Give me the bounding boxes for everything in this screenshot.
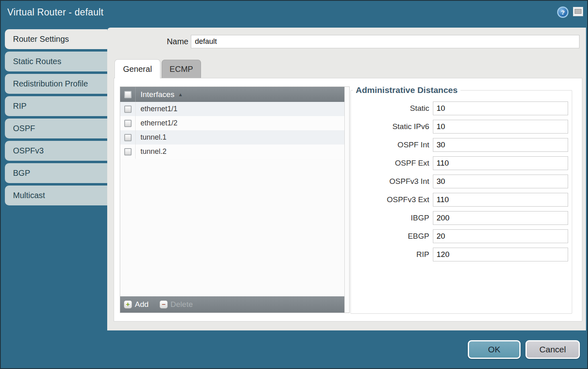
table-scrollbar-track[interactable] [344,87,349,313]
table-row[interactable]: ethernet1/1 [120,102,349,116]
distance-input[interactable] [433,175,568,188]
delete-button-label: Delete [171,300,193,309]
tab-ecmp[interactable]: ECMP [162,60,201,78]
sidebar-item[interactable]: RIP [5,96,107,116]
admin-distance-field: OSPF Int [350,138,572,152]
sidebar-item-label: Router Settings [13,35,69,44]
add-button[interactable]: + Add [124,300,149,309]
row-checkbox-cell [120,102,136,116]
maximize-icon[interactable] [573,7,583,16]
interface-name: tunnel.1 [136,133,166,142]
sidebar-item-label: Static Routes [13,57,61,66]
distance-input[interactable] [433,120,568,134]
maximize-icon-inner [575,9,582,14]
admin-distance-field: RIP [350,248,572,261]
sidebar-item[interactable]: Redistribution Profile [5,74,107,94]
sidebar-item-label: RIP [13,101,26,111]
sidebar-item[interactable]: BGP [5,163,107,183]
distance-input[interactable] [433,229,568,243]
distance-field-label: Static [350,104,429,113]
row-checkbox-cell [120,130,136,145]
table-row[interactable]: tunnel.2 [120,145,349,159]
table-row[interactable]: ethernet1/2 [120,116,349,130]
interfaces-table: Interfaces ▲ ethernet1/1 [120,86,350,313]
tab-ecmp-label: ECMP [170,65,193,74]
row-checkbox[interactable] [124,106,132,113]
sidebar-item[interactable]: Multicast [5,186,107,205]
header-checkbox-cell [120,87,136,102]
distance-field-label: IBGP [350,214,429,222]
row-checkbox[interactable] [124,120,132,127]
distance-field-label: OSPFv3 Int [350,177,429,186]
sidebar-item[interactable]: Static Routes [5,52,107,71]
row-checkbox-cell [120,116,136,130]
add-button-label: Add [135,300,149,309]
admin-distances-fields: Static Static IPv6 OSPF Int OSPF [350,101,572,266]
sidebar-item-label: OSPF [13,124,35,133]
distance-field-label: OSPFv3 Ext [350,195,429,204]
dialog-title: Virtual Router - default [7,7,104,18]
delete-button[interactable]: − Delete [160,300,193,309]
distance-field-label: EBGP [350,232,429,241]
sidebar-item-label: BGP [13,168,30,178]
row-checkbox[interactable] [124,148,132,155]
tab-general-label: General [123,65,152,74]
admin-distance-field: EBGP [350,229,572,243]
help-icon[interactable]: ? [557,6,569,18]
distance-input[interactable] [433,211,568,225]
sidebar-item[interactable]: Router Settings [5,29,107,49]
row-checkbox[interactable] [124,134,132,141]
interfaces-column-header[interactable]: Interfaces [136,90,174,99]
delete-minus-icon: − [160,300,168,309]
distance-input[interactable] [433,248,568,261]
name-input[interactable] [191,35,579,48]
distance-field-label: RIP [350,250,429,259]
virtual-router-dialog: Virtual Router - default ? Router Settin… [0,0,588,369]
cancel-button[interactable]: Cancel [525,340,580,359]
admin-distances-title: Administrative Distances [353,85,460,95]
distance-input[interactable] [433,156,568,170]
admin-distance-field: Static IPv6 [350,120,572,134]
add-plus-icon: + [124,300,132,309]
distance-field-label: OSPF Int [350,140,429,149]
row-checkbox-cell [120,145,136,159]
interfaces-table-footer: + Add − Delete [120,296,349,313]
name-label: Name [160,37,188,46]
distance-input[interactable] [433,193,568,207]
sidebar-item[interactable]: OSPFv3 [5,141,107,161]
admin-distance-field: OSPFv3 Int [350,175,572,188]
admin-distance-field: IBGP [350,211,572,225]
distance-field-label: OSPF Ext [350,159,429,168]
help-icon-glyph: ? [561,9,564,16]
general-tab-card: Interfaces ▲ ethernet1/1 [114,78,582,322]
sidebar-item-label: Redistribution Profile [13,79,88,88]
sidebar: Router Settings Static Routes Redistribu… [5,29,107,205]
interface-name: ethernet1/1 [136,105,177,113]
distance-input[interactable] [433,138,568,152]
interface-name: tunnel.2 [136,147,166,156]
sidebar-item-label: Multicast [13,191,45,200]
admin-distance-field: OSPFv3 Ext [350,193,572,207]
admin-distance-field: OSPF Ext [350,156,572,170]
tab-general[interactable]: General [115,59,160,78]
ok-button-label: OK [488,345,500,354]
ok-button[interactable]: OK [468,340,521,359]
distance-field-label: Static IPv6 [350,122,429,131]
distance-input[interactable] [433,101,568,115]
interfaces-table-header: Interfaces ▲ [120,87,349,102]
admin-distance-field: Static [350,101,572,115]
sort-ascending-icon[interactable]: ▲ [178,92,183,97]
content-panel: Name General ECMP Interfaces ▲ [107,28,586,330]
sidebar-item[interactable]: OSPF [5,119,107,138]
select-all-checkbox[interactable] [124,91,132,98]
cancel-button-label: Cancel [539,345,566,354]
sidebar-item-label: OSPFv3 [13,146,44,155]
table-row[interactable]: tunnel.1 [120,130,349,145]
interface-name: ethernet1/2 [136,119,177,127]
interfaces-table-body: ethernet1/1 ethernet1/2 [120,102,349,296]
